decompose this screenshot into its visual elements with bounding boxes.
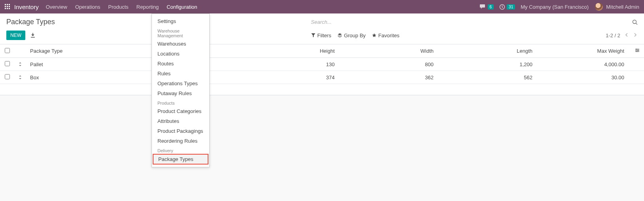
main-navbar: Inventory Overview Operations Products R… [0,0,644,13]
user-menu[interactable]: Mitchell Admin [595,3,639,11]
table-row[interactable]: Box 374 362 562 30.00 [0,71,644,84]
messages-badge: 6 [488,4,494,10]
drag-handle-icon[interactable] [14,71,26,84]
groupby-label: Group By [344,33,366,38]
search-container [311,17,638,27]
filters-label: Filters [317,33,331,38]
configuration-dropdown: Settings Warehouse Management Warehouses… [152,13,210,167]
nav-configuration[interactable]: Configuration [167,4,197,10]
menu-reordering-rules[interactable]: Reordering Rules [152,136,209,146]
menu-package-types[interactable]: Package Types [153,154,208,165]
user-name: Mitchell Admin [606,4,639,10]
search-input[interactable] [311,17,629,27]
menu-warehouses[interactable]: Warehouses [152,39,209,49]
menu-product-packagings[interactable]: Product Packagings [152,126,209,136]
menu-header-products: Products [152,98,209,106]
menu-locations[interactable]: Locations [152,49,209,59]
svg-line-2 [636,23,638,25]
clock-icon [499,4,505,10]
svg-point-1 [633,20,636,23]
package-types-table: Package Type Height Width Length Max Wei… [0,44,644,95]
nav-products[interactable]: Products [108,4,128,10]
nav-overview[interactable]: Overview [46,4,67,10]
menu-operations-types[interactable]: Operations Types [152,78,209,88]
download-icon[interactable] [30,33,36,38]
pager-prev-icon[interactable] [624,32,629,38]
drag-handle-icon[interactable] [14,58,26,71]
menu-header-warehouse: Warehouse Management [152,26,209,39]
cell-height: 130 [240,58,339,71]
menu-rules[interactable]: Rules [152,69,209,78]
favorites-label: Favorites [378,33,399,38]
cell-maxweight: 30.00 [536,71,628,84]
row-checkbox[interactable] [5,61,10,66]
table-footer-row [0,84,644,95]
chat-icon [480,4,486,10]
messages-button[interactable]: 6 [480,4,494,10]
menu-attributes[interactable]: Attributes [152,116,209,126]
table-row[interactable]: Pallet 130 800 1,200 4,000.00 [0,58,644,71]
nav-operations[interactable]: Operations [75,4,100,10]
col-header-maxweight[interactable]: Max Weight [536,44,628,58]
apps-icon[interactable] [5,4,10,10]
cell-height: 374 [240,71,339,84]
funnel-icon [311,33,316,38]
filters-button[interactable]: Filters [311,33,331,38]
columns-config-icon[interactable] [635,48,640,53]
nav-reporting[interactable]: Reporting [136,4,159,10]
activities-button[interactable]: 31 [499,4,515,10]
cell-length: 1,200 [438,58,536,71]
empty-area [0,95,644,194]
pager-next-icon[interactable] [633,32,638,38]
favorites-button[interactable]: Favorites [372,33,399,38]
star-icon [372,33,377,38]
menu-settings[interactable]: Settings [152,16,209,26]
new-button[interactable]: NEW [6,31,25,40]
menu-routes[interactable]: Routes [152,59,209,69]
pager-text[interactable]: 1-2 / 2 [606,33,620,38]
svg-point-3 [636,49,637,50]
svg-point-4 [638,50,639,51]
menu-putaway-rules[interactable]: Putaway Rules [152,88,209,98]
cell-maxweight: 4,000.00 [536,58,628,71]
col-header-height[interactable]: Height [240,44,339,58]
menu-header-delivery: Delivery [152,146,209,154]
select-all-checkbox[interactable] [5,48,10,53]
table-header-row: Package Type Height Width Length Max Wei… [0,44,644,58]
layers-icon [337,33,342,38]
company-switcher[interactable]: My Company (San Francisco) [521,4,589,10]
menu-product-categories[interactable]: Product Categories [152,106,209,116]
cell-width: 362 [339,71,438,84]
col-header-width[interactable]: Width [339,44,438,58]
row-checkbox[interactable] [5,74,10,79]
col-header-length[interactable]: Length [438,44,536,58]
search-icon[interactable] [632,19,638,25]
control-panel: Package Types NEW Filters [0,13,644,44]
svg-point-5 [636,51,638,52]
app-name[interactable]: Inventory [14,4,39,10]
cell-length: 562 [438,71,536,84]
groupby-button[interactable]: Group By [337,33,366,38]
avatar [595,3,603,11]
activities-badge: 31 [507,4,515,10]
cell-width: 800 [339,58,438,71]
